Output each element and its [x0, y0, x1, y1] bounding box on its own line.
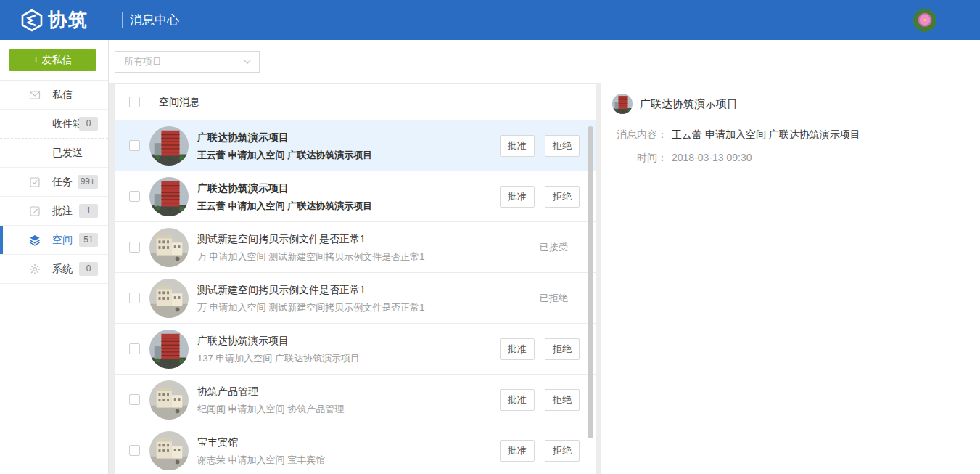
row-subtitle: 纪闻闻 申请加入空间 协筑产品管理: [197, 403, 500, 416]
sidebar-item-label: 已发送: [52, 147, 83, 160]
row-title: 测试新建空间拷贝示例文件是否正常1: [197, 232, 540, 246]
red-building-avatar: [149, 330, 189, 369]
hexagon-logo-icon: [20, 9, 44, 32]
row-title: 广联达协筑演示项目: [197, 181, 500, 195]
sidebar-item-私信[interactable]: 私信: [0, 81, 108, 110]
approve-button[interactable]: 批准: [500, 338, 535, 360]
filter-bar: 所有项目: [109, 40, 980, 83]
sidebar-item-label: 批注: [52, 205, 73, 218]
count-badge: 0: [79, 117, 98, 131]
row-subtitle: 王云蕾 申请加入空间 广联达协筑演示项目: [197, 149, 500, 162]
list-scrollbar-thumb[interactable]: [588, 126, 593, 438]
count-badge: 1: [79, 204, 98, 218]
message-row[interactable]: 广联达协筑演示项目 王云蕾 申请加入空间 广联达协筑演示项目 批准拒绝: [115, 171, 596, 222]
logo-text: 协筑: [48, 7, 88, 33]
approve-button[interactable]: 批准: [500, 389, 535, 411]
message-row[interactable]: 测试新建空间拷贝示例文件是否正常1 万 申请加入空间 测试新建空间拷贝示例文件是…: [115, 222, 596, 273]
red-building-avatar: [149, 126, 189, 166]
message-row[interactable]: 广联达协筑演示项目 137 申请加入空间 广联达协筑演示项目 批准拒绝: [115, 324, 596, 375]
message-row[interactable]: 测试新建空间拷贝示例文件是否正常1 万 申请加入空间 测试新建空间拷贝示例文件是…: [115, 273, 596, 324]
compose-private-message-button[interactable]: + 发私信: [9, 49, 96, 71]
sidebar-item-空间[interactable]: 空间 51: [0, 226, 108, 255]
message-content-value: 王云蕾 申请加入空间 广联达协筑演示项目: [672, 127, 860, 142]
gear-icon: [29, 263, 41, 275]
sidebar-item-label: 系统: [52, 263, 73, 276]
sidebar-item-系统[interactable]: 系统 0: [0, 255, 108, 284]
page: 协筑 消息中心 + 发私信 私信 收件箱 0 已发送 任务 99+ 批注 1: [0, 0, 980, 474]
white-building-avatar: [149, 380, 189, 420]
row-checkbox[interactable]: [129, 293, 140, 303]
row-actions: 批准拒绝: [500, 135, 580, 157]
row-checkbox[interactable]: [129, 191, 140, 202]
sidebar-item-已发送[interactable]: 已发送: [0, 139, 108, 168]
status-text: 已拒绝: [540, 292, 568, 305]
header-divider: [122, 12, 123, 28]
sidebar-item-批注[interactable]: 批注 1: [0, 197, 108, 226]
row-checkbox[interactable]: [129, 394, 140, 405]
row-actions: 已接受: [540, 241, 580, 254]
approve-button[interactable]: 批准: [500, 440, 535, 462]
select-all-checkbox[interactable]: [129, 97, 140, 107]
row-actions: 已拒绝: [540, 292, 580, 305]
sidebar-item-label: 收件箱: [52, 118, 83, 131]
project-filter-dropdown[interactable]: 所有项目: [115, 51, 260, 73]
message-list-rows: 广联达协筑演示项目 王云蕾 申请加入空间 广联达协筑演示项目 批准拒绝 广联达协…: [115, 120, 596, 474]
message-row[interactable]: 宝丰宾馆 谢志荣 申请加入空间 宝丰宾馆 批准拒绝: [115, 425, 596, 474]
sidebar-item-label: 空间: [52, 234, 73, 247]
app-logo: 协筑: [20, 7, 88, 33]
row-title: 广联达协筑演示项目: [197, 130, 500, 144]
row-checkbox[interactable]: [129, 445, 140, 456]
project-filter-value: 所有项目: [124, 55, 243, 68]
mail-icon: [29, 89, 41, 101]
sidebar: + 发私信 私信 收件箱 0 已发送 任务 99+ 批注 1 空间 51 系统 …: [0, 40, 109, 474]
row-checkbox[interactable]: [129, 140, 140, 151]
row-subtitle: 万 申请加入空间 测试新建空间拷贝示例文件是否正常1: [197, 250, 540, 263]
layers-icon: [29, 234, 41, 246]
row-subtitle: 137 申请加入空间 广联达协筑演示项目: [197, 352, 500, 365]
user-avatar[interactable]: [913, 9, 936, 32]
white-building-avatar: [149, 228, 189, 267]
message-content-label: 消息内容：: [612, 127, 667, 142]
message-row[interactable]: 协筑产品管理 纪闻闻 申请加入空间 协筑产品管理 批准拒绝: [115, 375, 596, 425]
row-subtitle: 万 申请加入空间 测试新建空间拷贝示例文件是否正常1: [197, 301, 540, 314]
task-icon: [29, 176, 41, 188]
reject-button[interactable]: 拒绝: [545, 186, 580, 208]
top-header-bar: 协筑 消息中心: [0, 0, 980, 40]
message-time-label: 时间：: [612, 150, 667, 165]
list-header-title: 空间消息: [159, 96, 199, 109]
detail-avatar: [612, 94, 633, 114]
row-actions: 批准拒绝: [500, 338, 580, 360]
approve-button[interactable]: 批准: [500, 186, 535, 208]
row-title: 广联达协筑演示项目: [197, 333, 500, 348]
row-actions: 批准拒绝: [500, 440, 580, 462]
detail-title: 广联达协筑演示项目: [640, 97, 738, 111]
sidebar-item-label: 任务: [52, 176, 73, 189]
message-list-panel: 空间消息 广联达协筑演示项目 王云蕾 申请加入空间 广联达协筑演示项目 批准拒绝…: [115, 83, 596, 474]
red-building-avatar: [149, 177, 189, 216]
approve-button[interactable]: 批准: [500, 135, 535, 157]
white-building-avatar: [149, 431, 189, 470]
row-title: 宝丰宾馆: [197, 435, 500, 449]
reject-button[interactable]: 拒绝: [545, 135, 580, 157]
reject-button[interactable]: 拒绝: [545, 440, 580, 462]
reject-button[interactable]: 拒绝: [545, 389, 580, 411]
row-checkbox[interactable]: [129, 343, 140, 354]
sidebar-item-收件箱[interactable]: 收件箱 0: [0, 110, 108, 139]
row-title: 协筑产品管理: [197, 384, 500, 399]
message-detail-panel: 广联达协筑演示项目 消息内容： 王云蕾 申请加入空间 广联达协筑演示项目 时间：…: [601, 83, 980, 474]
white-building-avatar: [149, 279, 189, 318]
row-subtitle: 谢志荣 申请加入空间 宝丰宾馆: [197, 454, 500, 467]
reject-button[interactable]: 拒绝: [545, 338, 580, 360]
count-badge: 99+: [78, 175, 98, 189]
row-actions: 批准拒绝: [500, 186, 580, 208]
row-title: 测试新建空间拷贝示例文件是否正常1: [197, 282, 540, 297]
status-text: 已接受: [540, 241, 568, 254]
sidebar-item-任务[interactable]: 任务 99+: [0, 168, 108, 197]
message-row[interactable]: 广联达协筑演示项目 王云蕾 申请加入空间 广联达协筑演示项目 批准拒绝: [115, 120, 596, 171]
annotation-icon: [29, 205, 41, 217]
sidebar-item-label: 私信: [52, 89, 73, 102]
page-title: 消息中心: [130, 12, 179, 28]
count-badge: 0: [79, 262, 98, 276]
message-list-header: 空间消息: [115, 84, 596, 120]
row-checkbox[interactable]: [129, 242, 140, 253]
